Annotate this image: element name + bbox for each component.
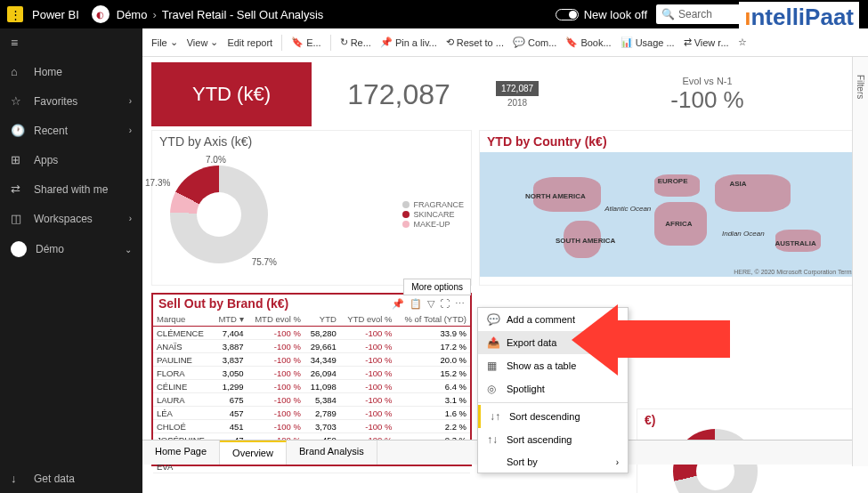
sidebar-item-shared[interactable]: ⇄Shared with me xyxy=(0,174,142,204)
map-label: Indian Ocean xyxy=(722,230,765,238)
copy-icon[interactable]: 📋 xyxy=(410,298,422,310)
table-title: Sell Out by Brand (k€) xyxy=(158,296,288,311)
view-related-button[interactable]: ⇄ View r... xyxy=(684,36,729,48)
map-label: SOUTH AMERICA xyxy=(556,237,615,245)
hamburger-icon[interactable]: ≡ xyxy=(0,28,142,57)
menu-spotlight[interactable]: ◎Spotlight xyxy=(478,377,628,400)
menu-sort-by[interactable]: Sort by› xyxy=(478,451,628,473)
edit-report-button[interactable]: Edit report xyxy=(227,37,272,48)
top-bar: ⋮⋮⋮ Power BI ◐ Démo › Travel Retail - Se… xyxy=(0,0,868,28)
explore-button[interactable]: 🔖 E... xyxy=(291,36,321,48)
kpi-ytd-value: 172,087 xyxy=(319,62,479,126)
table-row[interactable]: FLORA3,050-100 %26,094-100 %15.2 % xyxy=(153,367,470,380)
breadcrumb-sep: › xyxy=(152,8,156,21)
column-header[interactable]: YTD evol % xyxy=(340,312,396,327)
sidebar-item-workspaces[interactable]: ◫Workspaces› xyxy=(0,204,142,233)
column-header[interactable]: Marque xyxy=(153,312,213,327)
column-header[interactable]: MTD evol % xyxy=(247,312,304,327)
tab-home-page[interactable]: Home Page xyxy=(142,440,220,465)
ytd-axis-chart[interactable]: YTD by Axis (k€) 7.0% 17.3% 75.7% FRAGRA… xyxy=(151,130,472,286)
map-label: Atlantic Ocean xyxy=(604,205,651,213)
favorite-button[interactable]: ☆ xyxy=(738,36,747,48)
breadcrumb-report[interactable]: Travel Retail - Sell Out Analysis xyxy=(162,8,324,21)
more-icon[interactable]: ⋯ xyxy=(455,298,465,310)
clock-icon: 🕐 xyxy=(11,124,25,137)
chart-title: YTD by Country (k€) xyxy=(480,131,858,152)
menu-sort-desc[interactable]: ↓↑Sort descending xyxy=(478,405,628,428)
table-icon: ▦ xyxy=(487,360,499,372)
chart-legend: FRAGRANCE SKINCARE MAKE-UP xyxy=(402,199,464,230)
usage-button[interactable]: 📊 Usage ... xyxy=(621,36,675,48)
kpi-year[interactable]: 172,087 2018 xyxy=(486,62,548,126)
avatar-icon xyxy=(11,241,27,257)
reset-button[interactable]: ⟲ Reset to ... xyxy=(446,36,504,48)
focus-icon[interactable]: ⛶ xyxy=(440,298,450,310)
map-label: AFRICA xyxy=(665,220,692,228)
filters-label: Filters xyxy=(856,75,865,99)
tab-brand-analysis[interactable]: Brand Analysis xyxy=(287,440,377,465)
chevron-right-icon: › xyxy=(129,96,132,106)
table-row[interactable]: CÉLINE1,299-100 %11,098-100 %6.4 % xyxy=(153,380,470,393)
slice-label: 75.7% xyxy=(252,257,277,267)
filter-icon[interactable]: ▽ xyxy=(427,298,434,310)
new-look-toggle[interactable] xyxy=(556,9,579,20)
pin-icon[interactable]: 📌 xyxy=(392,298,404,310)
sidebar-item-recent[interactable]: 🕐Recent› xyxy=(0,116,142,145)
pin-button[interactable]: 📌 Pin a liv... xyxy=(380,36,437,48)
sort-desc-icon: ↓↑ xyxy=(490,410,502,423)
donut-chart xyxy=(170,166,268,263)
table-row[interactable]: CHLOÉ451-100 %3,703-100 %2.2 % xyxy=(153,420,470,433)
sidebar-item-getdata[interactable]: ↓Get data xyxy=(0,464,142,493)
table-row[interactable]: LÉA457-100 %2,789-100 %1.6 % xyxy=(153,407,470,420)
comment-button[interactable]: 💬 Com... xyxy=(513,36,556,48)
sidebar-item-favorites[interactable]: ☆Favorites› xyxy=(0,86,142,116)
annotation-arrow xyxy=(614,320,730,358)
refresh-button[interactable]: ↻ Re... xyxy=(340,36,371,48)
column-header[interactable]: MTD ▾ xyxy=(213,312,247,327)
kpi-year-label: 2018 xyxy=(507,98,527,108)
share-icon: ⇄ xyxy=(11,182,25,196)
star-icon: ☆ xyxy=(11,94,25,108)
file-menu[interactable]: File ⌄ xyxy=(151,36,178,48)
chevron-down-icon: ⌄ xyxy=(125,245,132,255)
world-map[interactable]: NORTH AMERICA SOUTH AMERICA EUROPE AFRIC… xyxy=(480,152,858,277)
chevron-right-icon: › xyxy=(129,125,132,135)
getdata-icon: ↓ xyxy=(11,472,25,485)
comment-icon: 💬 xyxy=(487,313,499,326)
kpi-year-value: 172,087 xyxy=(496,81,539,96)
more-options-button[interactable]: More options xyxy=(403,279,471,295)
bookmark-button[interactable]: 🔖 Book... xyxy=(565,36,611,48)
export-icon: 📤 xyxy=(487,336,499,349)
kpi-ytd-label: YTD (k€) xyxy=(151,62,312,126)
sidebar-item-apps[interactable]: ⊞Apps xyxy=(0,145,142,174)
column-header[interactable]: % of Total (YTD) xyxy=(395,312,470,327)
sidebar-item-demo[interactable]: Démo⌄ xyxy=(0,233,142,265)
ytd-country-map[interactable]: YTD by Country (k€) NORTH AMERICA SOUTH … xyxy=(479,130,859,286)
chart-title: €) xyxy=(637,409,868,431)
left-sidebar: ≡ ⌂Home ☆Favorites› 🕐Recent› ⊞Apps ⇄Shar… xyxy=(0,28,142,493)
slice-label: 17.3% xyxy=(145,178,170,188)
table-row[interactable]: LAURA675-100 %5,384-100 %3.1 % xyxy=(153,393,470,407)
map-label: EUROPE xyxy=(658,177,688,185)
workspace-avatar-icon[interactable]: ◐ xyxy=(92,5,110,23)
apps-icon: ⊞ xyxy=(11,153,25,166)
chevron-right-icon: › xyxy=(129,214,132,223)
table-row[interactable]: ANAÏS3,887-100 %29,661-100 %17.2 % xyxy=(153,340,470,353)
sidebar-item-home[interactable]: ⌂Home xyxy=(0,57,142,86)
map-label: AUSTRALIA xyxy=(775,239,816,247)
app-name: Power BI xyxy=(32,8,79,21)
table-row[interactable]: PAULINE3,837-100 %34,349-100 %20.0 % xyxy=(153,353,470,367)
table-row[interactable]: CLÉMENCE7,404-100 %58,280-100 %33.9 % xyxy=(153,327,470,340)
intellipaat-logo: ıntelliPaat xyxy=(739,2,859,33)
workspaces-icon: ◫ xyxy=(11,212,25,225)
filters-pane-collapsed[interactable]: Filters xyxy=(852,57,868,466)
sort-asc-icon: ↑↓ xyxy=(487,433,499,446)
column-header[interactable]: YTD xyxy=(304,312,340,327)
chart-title: YTD by Axis (k€) xyxy=(152,131,471,152)
breadcrumb-workspace[interactable]: Démo xyxy=(117,8,148,21)
map-label: NORTH AMERICA xyxy=(525,192,586,200)
tab-overview[interactable]: Overview xyxy=(220,440,287,465)
menu-sort-asc[interactable]: ↑↓Sort ascending xyxy=(478,428,628,451)
app-launcher-icon[interactable]: ⋮⋮⋮ xyxy=(7,6,23,22)
view-menu[interactable]: View ⌄ xyxy=(187,36,219,48)
